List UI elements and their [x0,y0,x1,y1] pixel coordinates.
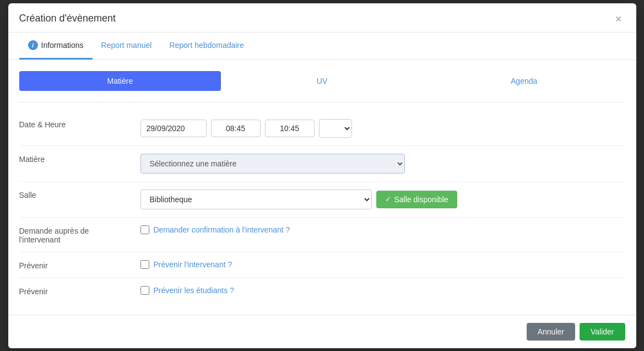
date-input[interactable] [140,120,207,137]
valider-button[interactable]: Valider [580,323,625,341]
segment-matiere[interactable]: Matière [19,71,221,91]
date-heure-controls [140,119,625,138]
matiere-select[interactable]: Sélectionnez une matière [140,154,405,174]
annuler-button[interactable]: Annuler [527,323,575,341]
matiere-label: Matière [19,154,129,164]
segment-agenda[interactable]: Agenda [423,71,625,91]
prevenir-etudiants-row: Prévenir Prévenir les étudiants ? [19,278,625,304]
prevenir-etudiants-checkbox-label: Prévenir les étudiants ? [154,286,234,295]
tab-report-manuel[interactable]: Report manuel [93,33,161,60]
demande-row: Demande auprès de l'intervenant Demander… [19,218,625,252]
matiere-controls: Sélectionnez une matière [140,154,625,174]
section-divider [19,102,625,102]
demande-checkbox-group[interactable]: Demander confirmation à l'intervenant ? [140,225,290,234]
prevenir-intervenant-checkbox-group[interactable]: Prévenir l'intervenant ? [140,260,232,269]
demande-checkbox-label: Demander confirmation à l'intervenant ? [154,225,290,234]
demande-controls: Demander confirmation à l'intervenant ? [140,225,625,234]
checkmark-icon: ✓ [385,195,391,203]
tab-report-hebdomadaire-label: Report hebdomadaire [169,41,243,50]
salle-disponible-badge: ✓ Salle disponible [376,191,457,208]
tab-informations-label: Informations [41,41,84,50]
creation-evenement-modal: Création d'évènement × i Informations Re… [8,3,636,348]
prevenir-etudiants-checkbox-group[interactable]: Prévenir les étudiants ? [140,286,234,295]
segment-control: Matière UV Agenda [19,71,625,91]
time-start-input[interactable] [211,120,261,137]
modal-header: Création d'évènement × [8,3,636,33]
prevenir-etudiants-controls: Prévenir les étudiants ? [140,286,625,295]
prevenir-intervenant-checkbox-label: Prévenir l'intervenant ? [154,260,232,269]
tab-report-hebdomadaire[interactable]: Report hebdomadaire [160,33,252,60]
prevenir-intervenant-label: Prévenir [19,260,129,270]
modal-overlay: Création d'évènement × i Informations Re… [0,0,644,351]
salle-label: Salle [19,190,129,199]
tab-report-manuel-label: Report manuel [101,41,152,50]
salle-disponible-label: Salle disponible [394,195,448,204]
prevenir-etudiants-label: Prévenir [19,286,129,296]
salle-select[interactable]: Bibliotheque [140,190,372,209]
demande-label: Demande auprès de l'intervenant [19,225,129,244]
date-heure-row: Date & Heure [19,111,625,146]
time-arrow-select[interactable] [319,119,352,138]
prevenir-etudiants-checkbox[interactable] [140,286,149,295]
tab-informations[interactable]: i Informations [19,33,93,60]
segment-uv[interactable]: UV [221,71,423,91]
prevenir-intervenant-row: Prévenir Prévenir l'intervenant ? [19,252,625,278]
time-end-input[interactable] [265,120,315,137]
matiere-row: Matière Sélectionnez une matière [19,146,625,182]
salle-row: Salle Bibliotheque ✓ Salle disponible [19,182,625,218]
prevenir-intervenant-controls: Prévenir l'intervenant ? [140,260,625,269]
info-icon: i [28,40,38,50]
modal-body: Matière UV Agenda Date & Heure [8,60,636,315]
prevenir-intervenant-checkbox[interactable] [140,260,149,269]
date-heure-label: Date & Heure [19,119,129,129]
close-button[interactable]: × [612,12,625,25]
tabs-bar: i Informations Report manuel Report hebd… [8,33,636,60]
salle-controls: Bibliotheque ✓ Salle disponible [140,190,625,209]
modal-title: Création d'évènement [19,13,116,24]
demande-checkbox[interactable] [140,225,149,234]
modal-footer: Annuler Valider [8,315,636,348]
